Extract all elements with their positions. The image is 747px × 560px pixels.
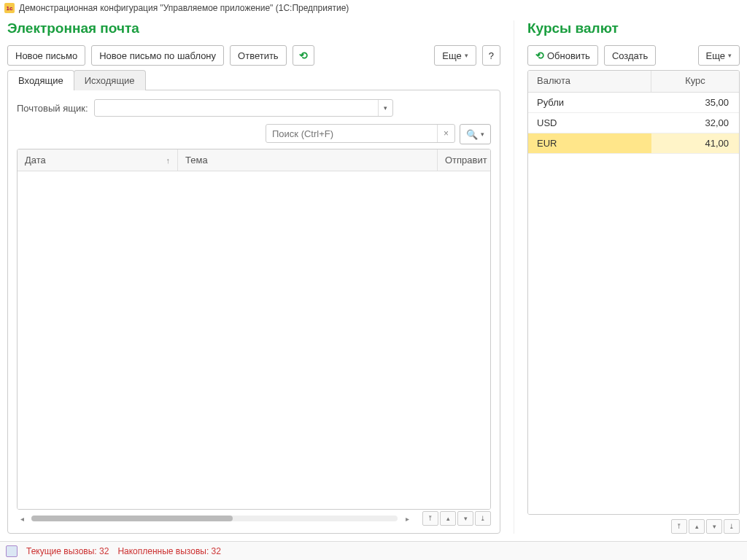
- scroll-thumb[interactable]: [31, 516, 233, 521]
- nav-down-button[interactable]: ▾: [706, 519, 722, 534]
- rates-panel: Курсы валют ⟲Обновить Создать Еще▾ Валют…: [514, 20, 740, 534]
- rates-tbody: Рубли35,00USD32,00EUR41,00: [528, 93, 739, 514]
- app-icon: 1c: [4, 3, 15, 13]
- tab-outbox[interactable]: Исходящие: [74, 70, 146, 90]
- cell-rate: 41,00: [651, 133, 739, 153]
- status-current-value: 32: [99, 546, 109, 556]
- rates-table: Валюта Курс Рубли35,00USD32,00EUR41,00: [527, 70, 740, 515]
- status-accum: Накопленные вызовы: 32: [117, 546, 221, 556]
- rates-more-label: Еще: [706, 50, 725, 61]
- search-icon: 🔍: [466, 129, 478, 140]
- tab-inbox[interactable]: Входящие: [7, 70, 74, 90]
- new-mail-button[interactable]: Новое письмо: [7, 45, 85, 66]
- col-subject[interactable]: Тема: [178, 149, 438, 171]
- email-toolbar: Новое письмо Новое письмо по шаблону Отв…: [7, 45, 500, 66]
- nav-last-button[interactable]: ⤓: [724, 519, 740, 534]
- nav-up-button[interactable]: ▴: [689, 519, 705, 534]
- col-date[interactable]: Дата ↑: [18, 149, 178, 171]
- status-current-label: Текущие вызовы:: [26, 546, 97, 556]
- cell-currency: EUR: [528, 138, 651, 149]
- more-label: Еще: [442, 50, 461, 61]
- rates-title: Курсы валют: [527, 20, 740, 36]
- search-button[interactable]: 🔍▾: [460, 124, 491, 144]
- col-rate[interactable]: Курс: [651, 71, 739, 92]
- mailbox-select[interactable]: ▾: [94, 99, 393, 117]
- search-row: × 🔍▾: [17, 124, 491, 144]
- mailbox-value: [95, 100, 378, 116]
- status-accum-label: Накопленные вызовы:: [117, 546, 209, 556]
- refresh-icon: ⟲: [535, 50, 544, 61]
- chevron-down-icon: ▾: [465, 52, 468, 59]
- window-title: Демонстрационная конфигурация "Управляем…: [19, 3, 349, 13]
- cell-currency: Рубли: [528, 97, 651, 108]
- new-mail-template-button[interactable]: Новое письмо по шаблону: [91, 45, 224, 66]
- cell-rate: 32,00: [651, 113, 739, 133]
- table-row[interactable]: EUR41,00: [528, 133, 739, 154]
- rates-refresh-label: Обновить: [547, 50, 590, 61]
- refresh-button[interactable]: ⟲: [293, 45, 314, 66]
- email-tbody: [18, 171, 490, 509]
- cell-currency: USD: [528, 117, 651, 128]
- rates-create-button[interactable]: Создать: [604, 45, 656, 66]
- rates-footer: ⤒ ▴ ▾ ⤓: [527, 515, 740, 534]
- scroll-right-icon[interactable]: ▸: [402, 513, 412, 524]
- nav-down-button[interactable]: ▾: [457, 511, 473, 526]
- nav-first-button[interactable]: ⤒: [671, 519, 687, 534]
- titlebar: 1c Демонстрационная конфигурация "Управл…: [0, 0, 747, 16]
- chevron-down-icon[interactable]: ▾: [378, 100, 392, 116]
- scroll-row: ◂ ▸ ⤒ ▴ ▾ ⤓: [17, 510, 491, 524]
- cell-rate: 35,00: [651, 93, 739, 112]
- scrollbar[interactable]: [31, 516, 398, 521]
- rates-toolbar: ⟲Обновить Создать Еще▾: [527, 45, 740, 66]
- email-panel: Электронная почта Новое письмо Новое пис…: [7, 20, 500, 534]
- rates-thead: Валюта Курс: [528, 71, 739, 93]
- col-date-label: Дата: [25, 155, 46, 166]
- more-button[interactable]: Еще▾: [434, 45, 476, 66]
- scroll-left-icon[interactable]: ◂: [17, 513, 27, 524]
- clear-icon[interactable]: ×: [437, 125, 454, 142]
- sort-asc-icon: ↑: [166, 156, 171, 165]
- rates-refresh-button[interactable]: ⟲Обновить: [527, 45, 598, 66]
- reply-button[interactable]: Ответить: [230, 45, 287, 66]
- statusbar: Текущие вызовы: 32 Накопленные вызовы: 3…: [0, 541, 747, 560]
- status-accum-value: 32: [212, 546, 221, 556]
- table-row[interactable]: Рубли35,00: [528, 93, 739, 113]
- refresh-icon: ⟲: [299, 50, 308, 61]
- nav-up-button[interactable]: ▴: [440, 511, 456, 526]
- email-thead: Дата ↑ Тема Отправит: [18, 149, 490, 171]
- rates-more-button[interactable]: Еще▾: [698, 45, 740, 66]
- mailbox-label: Почтовый ящик:: [17, 103, 88, 114]
- tab-body: Почтовый ящик: ▾ × 🔍▾ Дата ↑: [7, 90, 500, 534]
- email-title: Электронная почта: [7, 20, 500, 36]
- help-button[interactable]: ?: [482, 45, 500, 66]
- nav-first-button[interactable]: ⤒: [422, 511, 438, 526]
- search-input-wrap: ×: [266, 124, 455, 143]
- col-sender[interactable]: Отправит: [438, 149, 490, 171]
- status-current: Текущие вызовы: 32: [26, 546, 109, 556]
- email-tabs: Входящие Исходящие: [7, 70, 500, 90]
- table-row[interactable]: USD32,00: [528, 113, 739, 133]
- email-table: Дата ↑ Тема Отправит: [17, 149, 491, 510]
- chevron-down-icon: ▾: [728, 52, 732, 59]
- search-input[interactable]: [266, 125, 437, 142]
- status-icon: [6, 545, 18, 557]
- chevron-down-icon: ▾: [481, 131, 484, 138]
- nav-last-button[interactable]: ⤓: [475, 511, 491, 526]
- col-currency[interactable]: Валюта: [528, 71, 651, 92]
- main-content: Электронная почта Новое письмо Новое пис…: [0, 16, 747, 541]
- mailbox-row: Почтовый ящик: ▾: [17, 99, 491, 117]
